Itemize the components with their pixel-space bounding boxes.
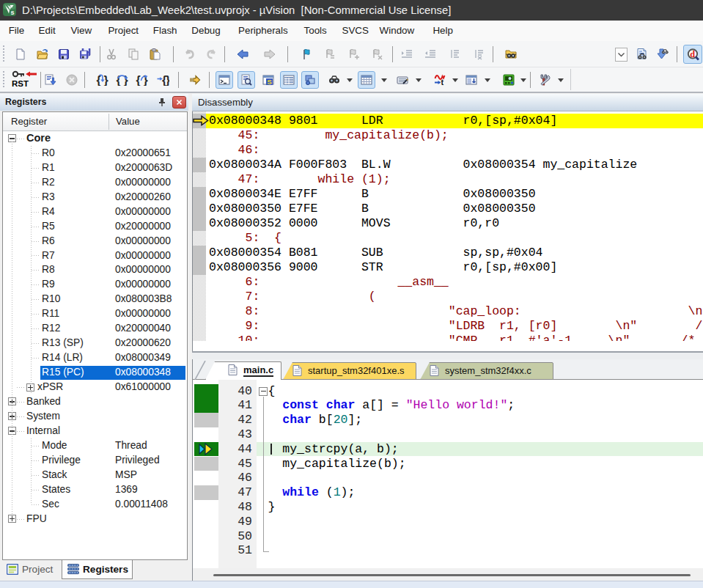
svg-text:d: d [690,48,695,59]
svg-text:{: { [136,74,140,86]
svg-text:{: { [96,74,100,86]
svg-text:s: s [10,9,14,16]
svg-text:t: t [441,78,443,86]
svg-text:RST: RST [12,79,29,88]
svg-text:}: } [166,74,169,86]
svg-text:}: } [103,74,108,86]
svg-text:S: S [268,78,272,86]
